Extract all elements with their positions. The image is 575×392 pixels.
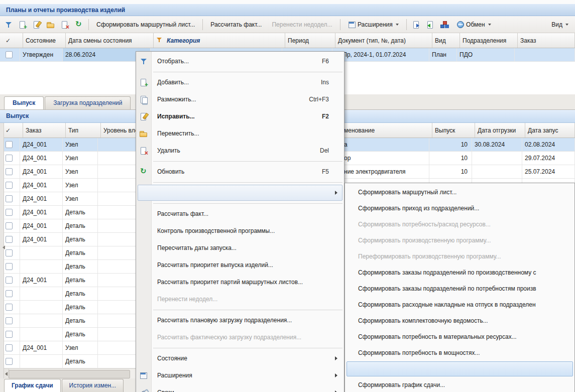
menu-item[interactable]: Рассчитать плановую загрузку подразделен… [136, 312, 344, 329]
launch-date-cell: 25.07.2024 [522, 165, 575, 178]
row-checkbox[interactable] [6, 358, 13, 365]
row-checkbox[interactable] [6, 304, 13, 311]
row-checkbox[interactable] [6, 182, 13, 189]
menu-item[interactable]: Переместить... [136, 125, 344, 142]
export-button[interactable] [410, 19, 423, 31]
tab-grafik-sdachi[interactable]: График сдачи [4, 379, 61, 392]
col-kind[interactable]: Вид [432, 33, 460, 48]
page-add-icon [19, 21, 27, 29]
submenu-item[interactable]: Сформировать комплектовочную ведомость..… [345, 313, 574, 329]
row-checkbox[interactable] [6, 331, 13, 338]
route-sheet-button[interactable]: Сформировать маршрутный лист... [92, 19, 199, 31]
submenu-item[interactable]: Сформировать расходные накладные на отпу… [345, 297, 574, 313]
menu-item[interactable]: Перенести недодел... [136, 291, 344, 308]
submenu-item[interactable]: Переформировать производственную програм… [345, 248, 574, 265]
menu-item[interactable]: Обновить F5 [136, 163, 344, 180]
menu-item[interactable]: Рассчитать фактическую загрузку подразде… [136, 329, 344, 346]
col-check[interactable]: ✓ [3, 33, 23, 48]
menu-item[interactable]: Состояние [136, 350, 344, 367]
submenu-item[interactable]: Сформировать график сдачи... [345, 377, 574, 392]
row-checkbox[interactable] [6, 209, 13, 216]
submenu-item[interactable]: Сформировать маршрутный лист... [345, 184, 574, 200]
submenu-item[interactable]: Сформировать заказы подразделений по про… [345, 265, 574, 281]
menu-item[interactable]: Рассчитать приоритет партий маршрутных л… [136, 274, 344, 291]
menu-item[interactable] [136, 180, 344, 184]
col-launch-date[interactable]: Дата запус [525, 123, 575, 138]
view-button[interactable]: Вид [547, 19, 573, 31]
org-structure-button[interactable] [438, 19, 451, 31]
col-order[interactable]: Заказ [23, 123, 66, 138]
type-cell: Деталь [63, 260, 98, 273]
left-splitter[interactable] [0, 123, 4, 378]
row-checkbox[interactable] [6, 277, 13, 284]
tab-zagruzka-podrazdeleniy[interactable]: Загрузка подразделений [45, 96, 131, 109]
col-check[interactable]: ✓ [3, 123, 23, 138]
submenu-item[interactable]: Сформировать цеховые планы... [345, 361, 574, 377]
col-state-change-date[interactable]: Дата смены состояния [66, 33, 154, 48]
submenu-item[interactable]: Сформировать потребность/расход ресурсов… [345, 216, 574, 232]
menu-item[interactable] [136, 201, 344, 205]
row-checkbox[interactable] [6, 236, 13, 243]
col-category[interactable]: Категория [154, 33, 285, 48]
col-type[interactable]: Тип [66, 123, 101, 138]
menu-item[interactable]: Расширения [136, 367, 344, 384]
row-checkbox[interactable] [6, 290, 13, 297]
col-output[interactable]: Выпуск [432, 123, 475, 138]
menu-item[interactable]: Рассчитать факт... [136, 205, 344, 222]
output-cell: 10 [429, 165, 472, 178]
col-state[interactable]: Состояние [23, 33, 66, 48]
calc-fact-button[interactable]: Рассчитать факт... [206, 19, 266, 31]
col-order[interactable]: Заказ [518, 33, 575, 48]
carry-unfinished-button[interactable]: Перенести недодел... [267, 19, 336, 31]
exchange-button[interactable]: Обмен [452, 19, 496, 31]
row-checkbox[interactable] [6, 344, 13, 351]
menu-item[interactable] [136, 308, 344, 312]
submenu-item[interactable]: Сформировать заказы подразделений по пот… [345, 281, 574, 297]
row-checkbox[interactable] [6, 51, 13, 58]
row-checkbox[interactable] [6, 168, 13, 175]
page-del-icon [140, 147, 148, 155]
tab-istoriya-izmeneniy[interactable]: История измен... [62, 379, 124, 392]
tab-vypusk[interactable]: Выпуск [4, 96, 44, 109]
row-checkbox[interactable] [6, 222, 13, 229]
menu-item[interactable]: Добавить... Ins [136, 74, 344, 91]
submenu-item[interactable]: Сформировать потребность в материальных … [345, 329, 574, 345]
menu-item[interactable]: Связи [136, 384, 344, 392]
scroll-thumb[interactable] [9, 370, 130, 378]
submenu-item[interactable]: Сформировать приход из подразделений... [345, 200, 574, 216]
menu-item[interactable]: Рассчитать приоритет выпуска изделий... [136, 256, 344, 274]
row-checkbox[interactable] [6, 263, 13, 270]
menu-item[interactable] [136, 159, 344, 163]
refresh-button[interactable] [72, 19, 85, 31]
order-cell: Д24_001 [20, 274, 63, 287]
menu-item[interactable]: Исправить... F2 [136, 108, 344, 125]
submenu-item-label: Переформировать производственную програм… [358, 253, 501, 260]
delete-button[interactable] [58, 19, 71, 31]
edit-button[interactable] [30, 19, 43, 31]
col-period[interactable]: Период [285, 33, 335, 48]
col-departments[interactable]: Подразделения [460, 33, 518, 48]
row-checkbox[interactable] [6, 317, 13, 324]
row-checkbox[interactable] [6, 249, 13, 256]
add-button[interactable] [16, 19, 29, 31]
import-button[interactable] [424, 19, 437, 31]
submenu-item[interactable]: Сформировать потребность в мощностях... [345, 345, 574, 361]
col-document[interactable]: Документ (тип, №, дата) [335, 33, 432, 48]
page-export-icon [412, 21, 420, 29]
menu-item[interactable]: Контроль производственной программы... [136, 222, 344, 239]
extensions-button[interactable]: Расширения [343, 19, 403, 31]
col-ship-date[interactable]: Дата отгрузки [475, 123, 525, 138]
row-checkbox[interactable] [6, 195, 13, 202]
row-checkbox[interactable] [6, 155, 13, 162]
move-button[interactable] [44, 19, 57, 31]
menu-item[interactable]: Отобрать... F6 [136, 53, 344, 70]
menu-item[interactable] [136, 70, 344, 74]
menu-item[interactable]: Удалить Del [136, 142, 344, 159]
menu-item[interactable] [136, 346, 344, 350]
menu-item[interactable]: Формирование [136, 184, 344, 201]
menu-item[interactable]: Размножить... Ctrl+F3 [136, 91, 344, 108]
row-checkbox[interactable] [6, 141, 13, 148]
submenu-item[interactable]: Сформировать производственную программу.… [345, 232, 574, 248]
filter-button[interactable] [2, 19, 15, 31]
menu-item[interactable]: Пересчитать даты запуска... [136, 239, 344, 256]
